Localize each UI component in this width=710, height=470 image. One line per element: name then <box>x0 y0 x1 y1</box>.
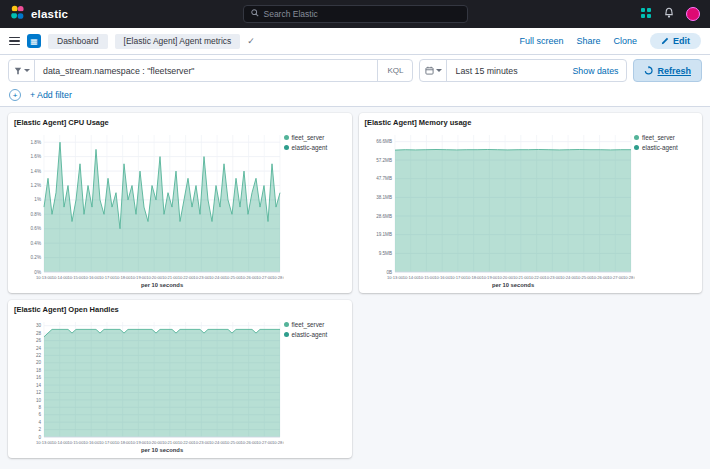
svg-text:10:13:00: 10:13:00 <box>36 275 53 280</box>
full-screen-button[interactable]: Full screen <box>519 36 563 46</box>
menu-icon[interactable] <box>9 37 20 46</box>
chart-legend: fleet_serverelastic-agent <box>284 316 346 455</box>
svg-text:10:17:00: 10:17:00 <box>99 275 116 280</box>
svg-text:10:13:00: 10:13:00 <box>387 275 404 280</box>
svg-text:8: 8 <box>38 405 41 410</box>
legend-dot-icon <box>284 322 289 327</box>
edit-button-label: Edit <box>673 36 690 46</box>
svg-text:0.2%: 0.2% <box>31 255 41 260</box>
svg-text:10:21:00: 10:21:00 <box>162 440 179 445</box>
svg-text:10:18:00: 10:18:00 <box>115 440 132 445</box>
brand[interactable]: elastic <box>10 5 180 24</box>
chart-legend: fleet_serverelastic-agent <box>284 129 346 290</box>
saved-query-menu-button[interactable] <box>9 60 35 81</box>
svg-text:20: 20 <box>36 360 42 365</box>
global-search-input[interactable]: Search Elastic <box>243 5 468 23</box>
svg-text:10:26:00: 10:26:00 <box>591 275 608 280</box>
svg-text:10:28:00: 10:28:00 <box>272 440 284 445</box>
search-placeholder: Search Elastic <box>264 9 318 19</box>
filter-options-icon[interactable]: + <box>9 89 21 101</box>
legend-item[interactable]: fleet_server <box>284 134 346 141</box>
svg-text:30: 30 <box>36 323 42 328</box>
svg-text:10:28:00: 10:28:00 <box>623 275 635 280</box>
svg-text:0.8%: 0.8% <box>31 212 41 217</box>
open-handles-chart[interactable]: 30282624222018161412108642010:13:0010:14… <box>14 316 284 455</box>
edit-button[interactable]: Edit <box>650 33 701 49</box>
panel-title[interactable]: [Elastic Agent] CPU Usage <box>14 118 346 129</box>
svg-text:10:19:00: 10:19:00 <box>130 275 147 280</box>
legend-item[interactable]: fleet_server <box>284 321 346 328</box>
share-button[interactable]: Share <box>576 36 600 46</box>
panel-title[interactable]: [Elastic Agent] Open Handles <box>14 305 346 316</box>
svg-text:10:21:00: 10:21:00 <box>512 275 529 280</box>
saved-check-icon: ✓ <box>247 36 255 46</box>
svg-text:10:14:00: 10:14:00 <box>402 275 419 280</box>
svg-text:10:28:00: 10:28:00 <box>272 275 284 280</box>
panel-title[interactable]: [Elastic Agent] Memory usage <box>365 118 697 129</box>
add-filter-link[interactable]: + Add filter <box>30 90 72 100</box>
svg-text:10:16:00: 10:16:00 <box>434 275 451 280</box>
svg-text:1.6%: 1.6% <box>31 154 41 159</box>
svg-text:per 10 seconds: per 10 seconds <box>141 282 183 288</box>
refresh-button[interactable]: Refresh <box>633 59 702 82</box>
svg-text:10:25:00: 10:25:00 <box>225 275 242 280</box>
svg-text:12: 12 <box>36 390 42 395</box>
svg-text:10:27:00: 10:27:00 <box>256 275 273 280</box>
svg-text:10:19:00: 10:19:00 <box>481 275 498 280</box>
query-text[interactable]: data_stream.namespace : "fleetserver" <box>35 66 202 76</box>
cpu-usage-chart[interactable]: 1.8%1.6%1.4%1.2%1%0.8%0.6%0.4%0.2%0%10:1… <box>14 129 284 290</box>
chevron-down-icon <box>436 69 442 72</box>
refresh-icon <box>644 66 653 75</box>
legend-dot-icon <box>284 332 289 337</box>
svg-text:16: 16 <box>36 375 42 380</box>
svg-text:2: 2 <box>38 427 41 432</box>
svg-text:per 10 seconds: per 10 seconds <box>141 447 183 453</box>
legend-item[interactable]: fleet_server <box>634 134 696 141</box>
svg-text:19.1MB: 19.1MB <box>376 232 392 237</box>
legend-item[interactable]: elastic-agent <box>284 144 346 151</box>
breadcrumb-bar: ▦ Dashboard [Elastic Agent] Agent metric… <box>0 28 710 55</box>
svg-text:per 10 seconds: per 10 seconds <box>491 282 533 288</box>
calendar-menu-button[interactable] <box>420 60 447 81</box>
svg-text:10:22:00: 10:22:00 <box>178 275 195 280</box>
user-avatar[interactable] <box>686 7 700 21</box>
svg-text:10:25:00: 10:25:00 <box>575 275 592 280</box>
brand-text: elastic <box>31 8 68 20</box>
refresh-button-label: Refresh <box>657 66 691 76</box>
svg-text:47.7MB: 47.7MB <box>376 176 392 181</box>
legend-item[interactable]: elastic-agent <box>284 331 346 338</box>
svg-text:10:20:00: 10:20:00 <box>146 275 163 280</box>
query-language-badge[interactable]: KQL <box>377 60 412 81</box>
svg-text:6: 6 <box>38 412 41 417</box>
svg-text:1.2%: 1.2% <box>31 183 41 188</box>
query-bar: data_stream.namespace : "fleetserver" KQ… <box>0 55 710 86</box>
kql-query-input[interactable]: data_stream.namespace : "fleetserver" KQ… <box>8 59 413 82</box>
show-dates-link[interactable]: Show dates <box>573 66 627 76</box>
legend-label: elastic-agent <box>292 144 328 151</box>
svg-text:10:26:00: 10:26:00 <box>241 440 258 445</box>
svg-text:10:14:00: 10:14:00 <box>52 275 69 280</box>
alerts-icon[interactable] <box>663 5 675 23</box>
date-picker: Last 15 minutes Show dates <box>419 59 627 82</box>
svg-text:10:18:00: 10:18:00 <box>465 275 482 280</box>
svg-text:10:25:00: 10:25:00 <box>225 440 242 445</box>
clone-button[interactable]: Clone <box>613 36 637 46</box>
cloud-icon[interactable] <box>640 5 652 23</box>
filter-bar: + + Add filter <box>0 86 710 107</box>
svg-text:28: 28 <box>36 331 42 336</box>
time-range-label[interactable]: Last 15 minutes <box>447 66 572 76</box>
svg-text:10:15:00: 10:15:00 <box>418 275 435 280</box>
svg-text:10:16:00: 10:16:00 <box>83 275 100 280</box>
svg-text:10:20:00: 10:20:00 <box>146 440 163 445</box>
memory-usage-chart[interactable]: 66.6MB57.2MB47.7MB38.1MB28.6MB19.1MB9.5M… <box>365 129 635 290</box>
svg-text:10:15:00: 10:15:00 <box>67 275 84 280</box>
breadcrumb-dashboard[interactable]: Dashboard <box>48 34 108 49</box>
svg-text:66.6MB: 66.6MB <box>376 139 392 144</box>
svg-text:10:26:00: 10:26:00 <box>241 275 258 280</box>
legend-item[interactable]: elastic-agent <box>634 144 696 151</box>
svg-text:10:17:00: 10:17:00 <box>99 440 116 445</box>
chevron-down-icon <box>24 69 30 72</box>
svg-text:10:23:00: 10:23:00 <box>544 275 561 280</box>
legend-label: fleet_server <box>642 134 675 141</box>
svg-text:10:27:00: 10:27:00 <box>607 275 624 280</box>
